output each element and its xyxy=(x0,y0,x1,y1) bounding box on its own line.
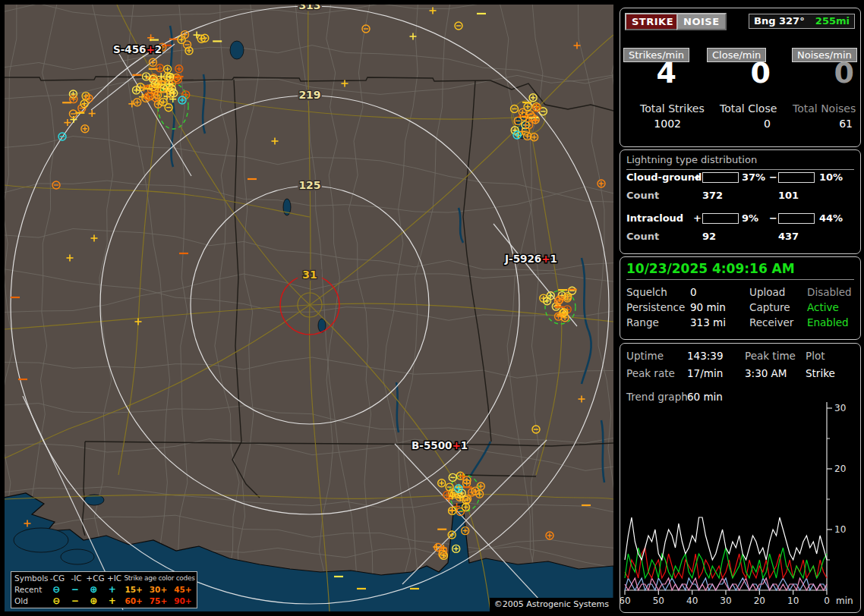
minus-sign: − xyxy=(769,212,777,224)
legend-title: Symbols xyxy=(13,573,48,584)
map-canvas: 31321912531S-456+2J-5926+1B-5500+1 xyxy=(5,5,613,611)
ic-minus-pct: 44% xyxy=(819,212,843,224)
age-chip-90: 90+ xyxy=(171,596,195,607)
receiver-label: Receiver xyxy=(749,316,793,328)
squelch-label: Squelch xyxy=(626,286,667,298)
ic-plus-pct: 9% xyxy=(742,212,758,224)
svg-text:0: 0 xyxy=(824,596,830,606)
status-row: Squelch 0 Upload Disabled xyxy=(620,286,860,299)
noises-per-min-value: 0 xyxy=(834,57,854,89)
svg-text:B-5500+1: B-5500+1 xyxy=(412,439,468,451)
plus-icon: + xyxy=(103,596,121,607)
bearing-range: 255mi xyxy=(815,14,850,28)
ic-count-row: Count 92 437 xyxy=(620,231,860,243)
svg-text:50: 50 xyxy=(653,596,664,606)
circle-minus-icon: ⊖ xyxy=(47,596,65,607)
total-close-label: Total Close xyxy=(720,102,777,115)
cg-count-row: Count 372 101 xyxy=(620,190,860,202)
age-chip-30: 30+ xyxy=(146,584,170,596)
svg-text:20: 20 xyxy=(754,596,765,606)
svg-text:S-456+2: S-456+2 xyxy=(113,43,162,55)
persistence-value: 90 min xyxy=(690,301,726,313)
receiver-status: Enabled xyxy=(807,316,849,328)
svg-text:219: 219 xyxy=(298,89,320,101)
cg-plus-bar xyxy=(702,172,739,183)
stats-box: STRIKE NOISE Bng 327° 255mi Strikes/min … xyxy=(620,8,861,147)
intracloud-row: Intracloud + 9% − 44% xyxy=(620,212,860,225)
svg-text:30: 30 xyxy=(720,596,731,606)
age-chip-15: 15+ xyxy=(121,584,146,596)
total-noises-value: 61 xyxy=(839,118,853,130)
svg-text:60: 60 xyxy=(620,596,631,606)
ic-plus-count: 92 xyxy=(702,231,716,242)
svg-text:313: 313 xyxy=(298,5,320,11)
svg-text:125: 125 xyxy=(298,179,320,191)
age-chip-60: 60+ xyxy=(121,596,146,607)
total-strikes-value: 1002 xyxy=(654,118,681,130)
count-label: Count xyxy=(626,231,659,242)
intracloud-label: Intracloud xyxy=(626,212,683,224)
legend-col-neg-cg: -CG xyxy=(48,573,67,584)
svg-text:J-5926+1: J-5926+1 xyxy=(504,253,557,265)
datetime: 10/23/2025 4:09:16 AM xyxy=(626,261,854,280)
svg-text:31: 31 xyxy=(302,269,317,281)
upload-label: Upload xyxy=(749,286,785,298)
close-per-min-value: 0 xyxy=(751,57,771,89)
strikes-per-min-value: 4 xyxy=(657,57,676,89)
minus-icon: − xyxy=(66,596,84,607)
cg-minus-bar xyxy=(778,172,815,183)
legend-header-row: Symbols -CG -IC +CG +IC Strike age color… xyxy=(13,573,195,584)
persistence-label: Persistence xyxy=(626,301,685,313)
circle-plus-icon: ⊕ xyxy=(84,584,102,596)
ic-plus-bar xyxy=(702,213,739,224)
trend-chart: 1020306050403020100min xyxy=(620,344,860,611)
capture-label: Capture xyxy=(749,301,790,313)
plus-sign: + xyxy=(693,212,702,224)
svg-text:40: 40 xyxy=(686,596,698,606)
cg-plus-count: 372 xyxy=(702,190,723,201)
capture-status: Active xyxy=(807,301,839,313)
total-close-value: 0 xyxy=(764,118,771,130)
minus-sign: − xyxy=(769,171,777,183)
cg-minus-count: 101 xyxy=(778,190,799,201)
cloud-ground-label: Cloud-ground xyxy=(626,171,702,183)
total-strikes-label: Total Strikes xyxy=(640,102,705,115)
status-row: Range 313 mi Receiver Enabled xyxy=(620,316,860,329)
legend-col-neg-ic: -IC xyxy=(67,573,86,584)
squelch-value: 0 xyxy=(690,286,697,298)
status-row: Persistence 90 min Capture Active xyxy=(620,301,860,314)
legend-recent-label: Recent xyxy=(13,584,47,596)
legend-col-pos-cg: +CG xyxy=(86,573,105,584)
trend-box: Uptime 143:39 Peak time Plot Peak rate 1… xyxy=(620,343,861,613)
bearing-label: Bng 327° xyxy=(754,14,805,28)
plus-sign: + xyxy=(693,171,702,183)
svg-text:min: min xyxy=(836,596,853,606)
cg-minus-pct: 10% xyxy=(819,171,843,183)
map-legend: Symbols -CG -IC +CG +IC Strike age color… xyxy=(11,571,197,608)
svg-text:10: 10 xyxy=(787,596,799,606)
distribution-box: Lightning type distribution Cloud-ground… xyxy=(620,149,861,254)
noise-button[interactable]: NOISE xyxy=(676,13,727,30)
circle-plus-icon: ⊕ xyxy=(84,596,102,607)
status-box: 10/23/2025 4:09:16 AM Squelch 0 Upload D… xyxy=(620,256,861,340)
lightning-map[interactable]: 31321912531S-456+2J-5926+1B-5500+1 Symbo… xyxy=(5,5,613,611)
cg-plus-pct: 37% xyxy=(742,171,765,183)
legend-recent-row: Recent ⊖ − ⊕ + 15+ 30+ 45+ xyxy=(13,584,195,596)
legend-col-pos-ic: +IC xyxy=(105,573,124,584)
nexstorm-app: 31321912531S-456+2J-5926+1B-5500+1 Symbo… xyxy=(0,0,864,616)
svg-text:10: 10 xyxy=(834,524,846,535)
age-chip-75: 75+ xyxy=(146,596,170,607)
total-noises-label: Total Noises xyxy=(793,102,856,115)
bearing-display: Bng 327° 255mi xyxy=(749,14,855,29)
svg-text:30: 30 xyxy=(834,403,846,413)
strike-button[interactable]: STRIKE xyxy=(625,13,680,30)
age-chip-45: 45+ xyxy=(171,584,195,596)
count-label: Count xyxy=(626,190,659,201)
ic-minus-bar xyxy=(778,213,815,224)
range-label: Range xyxy=(626,316,659,328)
minus-icon: − xyxy=(66,584,84,596)
circle-minus-icon: ⊖ xyxy=(47,584,65,596)
cloud-ground-row: Cloud-ground + 37% − 10% xyxy=(620,171,860,184)
ic-minus-count: 437 xyxy=(778,231,799,242)
legend-age-title: Strike age color codes xyxy=(124,573,195,584)
